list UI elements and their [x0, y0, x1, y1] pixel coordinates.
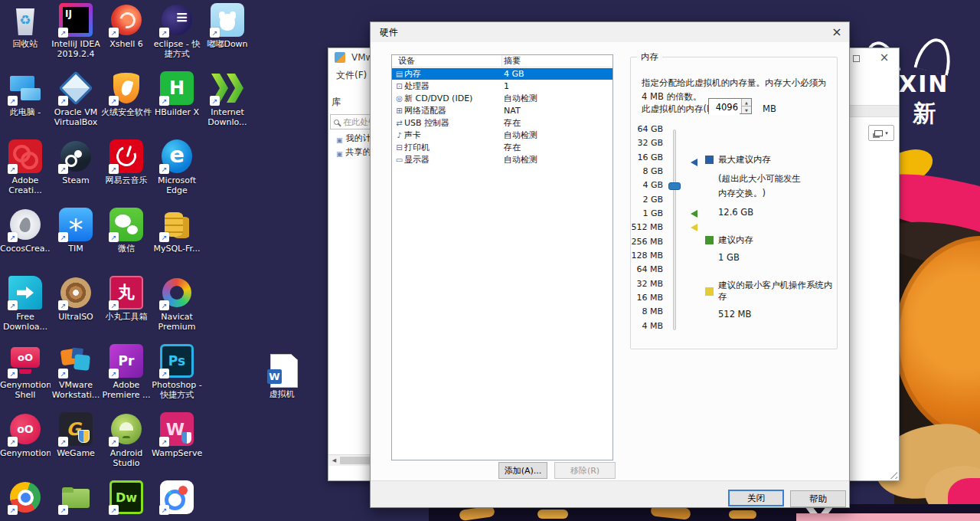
scale-tick-label: 2 GB — [628, 195, 663, 205]
device-icon — [394, 82, 404, 90]
desktop-icon-label: MySQL-Fr... — [153, 244, 200, 254]
desktop-icon[interactable] — [152, 480, 202, 521]
wallpaper-brand-text: XIN — [899, 70, 949, 97]
app-icon — [59, 71, 93, 105]
memory-slider-track[interactable] — [673, 129, 676, 330]
device-icon — [394, 106, 404, 115]
app-icon — [109, 344, 143, 378]
device-row[interactable]: USB 控制器 存在 — [392, 117, 612, 129]
shortcut-arrow-icon — [159, 369, 169, 378]
desktop-icon[interactable]: IntelliJ IDEA 2019.2.4 x64 — [51, 3, 101, 71]
desktop-icon[interactable]: CocosCrea... — [0, 208, 51, 276]
desktop-icon[interactable]: Android Studio — [101, 412, 152, 480]
memory-value-input[interactable] — [709, 100, 740, 115]
app-icon — [109, 71, 143, 105]
scale-tick-label: 16 MB — [628, 293, 663, 303]
device-row[interactable]: 新 CD/DVD (IDE) 自动检测 — [392, 93, 612, 104]
device-summary: 1 — [501, 81, 612, 91]
close-button[interactable]: 关闭 — [728, 490, 784, 506]
desktop-icon[interactable]: Photoshop - 快捷方式 — [152, 344, 202, 412]
spinner-up-icon[interactable]: ▲ — [742, 99, 751, 106]
desktop-icon[interactable]: HBuilder X — [152, 71, 202, 139]
computer-icon — [336, 131, 343, 145]
desktop-icon[interactable]: VMware Workstati... — [51, 344, 101, 412]
desktop-icon[interactable]: Xshell 6 — [101, 3, 152, 71]
desktop-icon-label: Photoshop - 快捷方式 — [152, 380, 202, 400]
word-document-icon — [265, 353, 299, 387]
desktop-icon[interactable]: 微信 — [101, 208, 152, 276]
scroll-left-icon[interactable]: ◀ — [328, 455, 340, 466]
app-icon — [59, 3, 93, 37]
screen-layout-button[interactable]: ▾ — [868, 125, 894, 141]
device-row[interactable]: 处理器 1 — [392, 80, 612, 92]
scale-tick-label: 128 MB — [628, 251, 663, 261]
device-row[interactable]: 声卡 自动检测 — [392, 129, 612, 141]
desktop-icon-label: 嘟嘟Down — [207, 39, 247, 49]
desktop-icon-label: WeGame — [57, 448, 95, 458]
shortcut-arrow-icon — [109, 96, 119, 106]
desktop-icon[interactable]: Internet Downlo... — [202, 71, 253, 139]
device-name: 显示器 — [404, 154, 501, 165]
desktop-icon-label: Oracle VM VirtualBox — [51, 107, 101, 127]
remove-device-button[interactable]: 移除(R) — [554, 462, 616, 479]
app-icon — [160, 71, 194, 105]
memory-slider-thumb[interactable] — [668, 182, 681, 190]
desktop-icon[interactable]: eclipse - 快捷方式 — [152, 3, 202, 71]
wallpaper-shape — [796, 513, 980, 521]
desktop-icon[interactable]: UltraISO — [51, 276, 101, 344]
desktop-icon[interactable]: 回收站 — [0, 3, 51, 71]
desktop-icon[interactable]: 此电脑 - — [0, 71, 51, 139]
shortcut-arrow-icon — [58, 28, 68, 38]
desktop-icon[interactable]: MySQL-Fr... — [152, 208, 202, 276]
restore-window-icon[interactable] — [853, 55, 860, 62]
recommended-memory-marker-icon — [687, 210, 697, 218]
desktop-icon[interactable]: Navicat Premium 12 — [152, 276, 202, 344]
device-row[interactable]: 网络适配器 NAT — [392, 105, 612, 116]
desktop-icon[interactable]: Genymotion — [0, 412, 51, 480]
library-panel-header: 库 — [332, 96, 341, 109]
desktop-icon[interactable]: Adobe Premiere ... — [101, 344, 152, 412]
device-row[interactable]: 内存 4 GB — [392, 68, 612, 80]
device-row[interactable]: 显示器 自动检测 — [392, 154, 612, 165]
legend-item: 建议的最小客户机操作系统内存 512 MB — [705, 280, 839, 319]
desktop-icon[interactable]: 火绒安全软件 — [101, 71, 152, 139]
desktop-icon[interactable] — [51, 480, 101, 521]
spinner-down-icon[interactable]: ▼ — [742, 106, 751, 113]
device-name: 打印机 — [404, 142, 501, 153]
desktop-icon[interactable]: 网易云音乐 — [101, 139, 152, 208]
max-memory-marker-icon — [687, 159, 697, 166]
desktop-icon[interactable]: Free Downloa... — [0, 276, 51, 344]
dialog-titlebar[interactable]: 硬件 × — [371, 22, 849, 42]
scale-tick-label: 8 GB — [628, 166, 663, 177]
help-button[interactable]: 帮助 — [790, 490, 846, 507]
app-icon — [8, 71, 42, 105]
window-resize-grip[interactable] — [887, 469, 897, 479]
legend-title: 最大建议内存 — [718, 154, 771, 165]
desktop-icon[interactable]: Genymotion Shell — [0, 344, 51, 412]
scale-tick-label: 512 MB — [628, 222, 663, 233]
desktop-icon-word-doc[interactable]: 虚拟机 — [255, 353, 309, 399]
desktop-icon[interactable]: Microsoft Edge — [152, 139, 202, 208]
desktop-icon-label: 虚拟机 — [270, 389, 295, 399]
add-device-button[interactable]: 添加(A)... — [498, 462, 547, 479]
close-icon[interactable]: × — [829, 25, 844, 40]
app-icon — [8, 344, 42, 378]
desktop-icon[interactable]: TIM — [51, 208, 101, 276]
legend-color-swatch — [705, 236, 714, 244]
menu-item[interactable]: 文件(F) — [336, 69, 367, 82]
desktop-icon[interactable]: 嘟嘟Down — [202, 3, 253, 71]
desktop-icon[interactable]: WampServer — [152, 412, 202, 480]
desktop-icon[interactable]: Oracle VM VirtualBox — [51, 71, 101, 139]
app-icon — [109, 208, 143, 241]
close-window-icon[interactable]: × — [877, 51, 891, 64]
device-row[interactable]: 打印机 存在 — [392, 142, 612, 153]
desktop-icon[interactable]: Adobe Creati... — [0, 139, 51, 208]
desktop-icon[interactable]: WeGame — [51, 412, 101, 480]
desktop-icon-label: Free Downloa... — [0, 312, 51, 332]
app-icon — [8, 208, 42, 241]
app-icon — [8, 480, 42, 514]
desktop-icon[interactable] — [0, 480, 51, 521]
desktop-icon[interactable]: 小丸工具箱 — [101, 276, 152, 344]
desktop-icon[interactable] — [101, 480, 152, 521]
desktop-icon[interactable]: Steam — [51, 139, 101, 208]
